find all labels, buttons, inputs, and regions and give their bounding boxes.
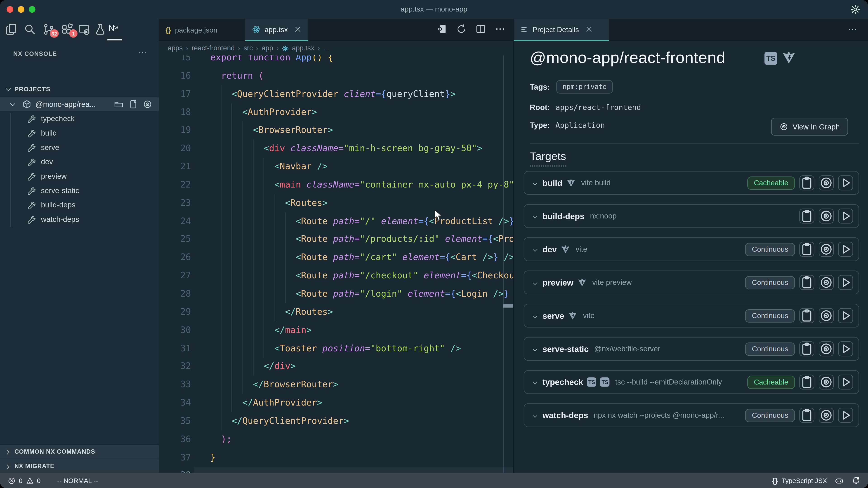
- sidebar-item-typecheck[interactable]: typecheck: [0, 112, 159, 126]
- nx-console-icon[interactable]: N≯: [108, 23, 121, 35]
- target-card-build[interactable]: buildvite buildCacheable: [524, 171, 859, 195]
- sidebar-item-build-deps[interactable]: build-deps: [0, 198, 159, 213]
- target-card-serve[interactable]: serveviteContinuous: [524, 304, 859, 327]
- copy-button[interactable]: [799, 175, 814, 190]
- panel-more-actions-icon[interactable]: ⋯: [848, 24, 858, 35]
- chevron-down-icon[interactable]: [531, 213, 539, 220]
- code-line-35[interactable]: 35 </QueryClientProvider>: [159, 412, 513, 430]
- section-nx-migrate[interactable]: NX MIGRATE: [0, 459, 159, 473]
- view-in-graph-button[interactable]: View In Graph: [771, 118, 848, 135]
- breadcrumb-item[interactable]: apps: [168, 44, 183, 52]
- code-line-17[interactable]: 17 <QueryClientProvider client={queryCli…: [159, 85, 513, 103]
- code-line-33[interactable]: 33 </BrowserRouter>: [159, 376, 513, 394]
- target-card-watch-deps[interactable]: watch-depsnpx nx watch --projects @mono-…: [524, 403, 859, 427]
- chevron-down-icon[interactable]: [531, 280, 539, 287]
- tab-package-json[interactable]: {} package.json: [159, 19, 224, 41]
- settings-gear-icon[interactable]: [850, 4, 860, 14]
- target-card-dev[interactable]: devviteContinuous: [524, 237, 859, 261]
- copy-button[interactable]: [799, 341, 814, 356]
- view-target-button[interactable]: [819, 242, 834, 257]
- target-card-serve-static[interactable]: serve-static@nx/web:file-serverContinuou…: [524, 337, 859, 361]
- target-card-build-deps[interactable]: build-depsnx:noop: [524, 204, 859, 228]
- run-target-button[interactable]: [838, 341, 853, 356]
- sidebar-item-build[interactable]: build: [0, 126, 159, 140]
- code-line-22[interactable]: 22 <main className="container mx-auto px…: [159, 176, 513, 194]
- sidebar-item-watch-deps[interactable]: watch-deps: [0, 213, 159, 227]
- close-icon[interactable]: [294, 26, 302, 33]
- run-target-button[interactable]: [838, 408, 853, 423]
- folder-icon[interactable]: [114, 100, 123, 109]
- code-line-19[interactable]: 19 <BrowserRouter>: [159, 121, 513, 139]
- copy-button[interactable]: [799, 408, 814, 423]
- breadcrumb-item[interactable]: app: [261, 44, 273, 52]
- split-editor-icon[interactable]: [475, 24, 486, 34]
- code-line-23[interactable]: 23 <Routes>: [159, 194, 513, 212]
- copilot-icon[interactable]: [835, 476, 844, 485]
- files-icon[interactable]: [5, 23, 18, 35]
- beaker-icon[interactable]: [94, 23, 106, 35]
- run-target-button[interactable]: [838, 375, 853, 390]
- breadcrumb-item[interactable]: react-frontend: [192, 44, 235, 52]
- code-line-28[interactable]: 28 <Route path="/login" element={<Login …: [159, 285, 513, 303]
- sidebar-item-serve-static[interactable]: serve-static: [0, 184, 159, 198]
- chevron-down-icon[interactable]: [531, 246, 539, 254]
- code-line-37[interactable]: 37}: [159, 449, 513, 466]
- run-target-button[interactable]: [838, 175, 853, 190]
- remote-icon[interactable]: [78, 23, 90, 35]
- view-target-button[interactable]: [819, 175, 834, 190]
- view-target-button[interactable]: [819, 375, 834, 390]
- view-target-button[interactable]: [819, 341, 834, 356]
- code-line-24[interactable]: 24 <Route path="/" element={<ProductList…: [159, 212, 513, 230]
- copy-button[interactable]: [799, 275, 814, 290]
- view-target-button[interactable]: [819, 308, 834, 323]
- sidebar-item-preview[interactable]: preview: [0, 169, 159, 184]
- tab-project-details[interactable]: Project Details: [514, 19, 609, 41]
- view-target-button[interactable]: [819, 275, 834, 290]
- code-line-27[interactable]: 27 <Route path="/checkout" element={<Che…: [159, 267, 513, 285]
- code-line-26[interactable]: 26 <Route path="/cart" element={<Cart />…: [159, 249, 513, 267]
- projects-section-row[interactable]: PROJECTS: [0, 83, 159, 96]
- breadcrumb-item[interactable]: src: [243, 44, 253, 52]
- code-line-38[interactable]: 38: [159, 466, 513, 473]
- chevron-down-icon[interactable]: [531, 313, 539, 320]
- target-card-typecheck[interactable]: typecheckTSTStsc --build --emitDeclarati…: [524, 370, 859, 394]
- code-line-34[interactable]: 34 </AuthProvider>: [159, 394, 513, 412]
- source-control-icon[interactable]: 32: [43, 23, 55, 35]
- code-line-25[interactable]: 25 <Route path="/products/:id" element={…: [159, 230, 513, 249]
- more-actions-icon[interactable]: [495, 24, 505, 34]
- open-file-icon[interactable]: [128, 100, 138, 109]
- status-left[interactable]: 0 0 -- NORMAL --: [8, 473, 98, 488]
- sidebar-item-project-root[interactable]: @mono-app/rea...: [0, 97, 159, 111]
- run-target-button[interactable]: [838, 242, 853, 257]
- sidebar-more-icon[interactable]: ⋯: [138, 48, 147, 58]
- code-line-29[interactable]: 29 </Routes>: [159, 303, 513, 321]
- copy-button[interactable]: [799, 375, 814, 390]
- run-target-button[interactable]: [838, 275, 853, 290]
- view-target-button[interactable]: [819, 208, 834, 223]
- code-line-21[interactable]: 21 <Navbar />: [159, 158, 513, 176]
- sidebar-item-serve[interactable]: serve: [0, 140, 159, 155]
- code-line-30[interactable]: 30 </main>: [159, 321, 513, 339]
- close-icon[interactable]: [585, 26, 593, 33]
- open-settings-editor-icon[interactable]: [437, 24, 447, 34]
- run-target-button[interactable]: [838, 308, 853, 323]
- language-mode[interactable]: {} TypeScript JSX: [772, 477, 827, 485]
- refresh-icon[interactable]: [456, 24, 467, 34]
- copy-button[interactable]: [799, 308, 814, 323]
- breadcrumb-item[interactable]: ...: [323, 44, 329, 52]
- chevron-down-icon[interactable]: [531, 412, 539, 419]
- chevron-down-icon[interactable]: [531, 379, 539, 386]
- code-line-31[interactable]: 31 <Toaster position="bottom-right" />: [159, 339, 513, 357]
- extensions-icon[interactable]: 1: [61, 23, 74, 35]
- code-line-16[interactable]: 16 return (: [159, 67, 513, 85]
- bell-notification-icon[interactable]: [851, 476, 860, 485]
- section-common-nx-commands[interactable]: COMMON NX COMMANDS: [0, 445, 159, 459]
- target-icon[interactable]: [143, 100, 152, 109]
- search-icon[interactable]: [24, 23, 36, 35]
- chevron-down-icon[interactable]: [531, 346, 539, 353]
- code-line-32[interactable]: 32 </div>: [159, 358, 513, 376]
- breadcrumb-item[interactable]: app.tsx: [282, 44, 314, 52]
- copy-button[interactable]: [799, 208, 814, 223]
- run-target-button[interactable]: [838, 208, 853, 223]
- view-target-button[interactable]: [819, 408, 834, 423]
